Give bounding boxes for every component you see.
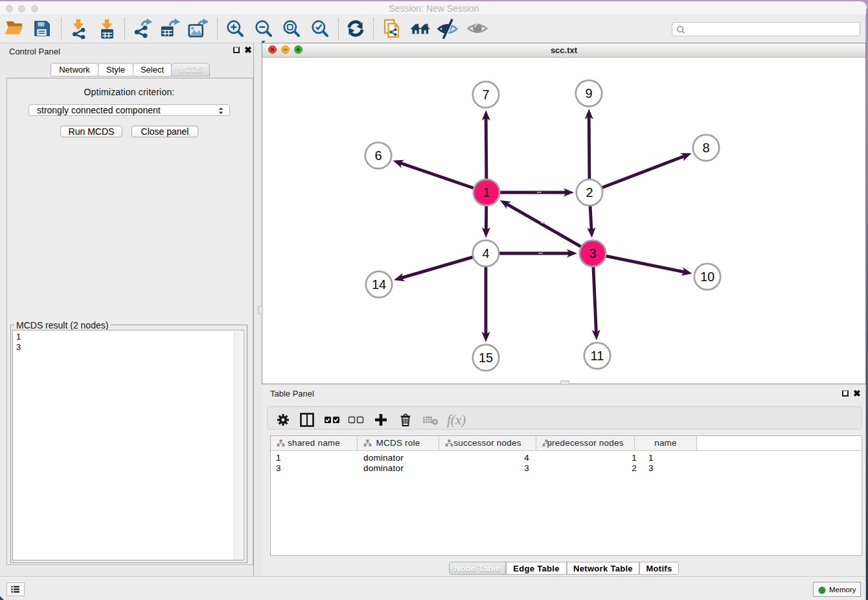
svg-text:14: 14	[372, 277, 386, 292]
svg-text:6: 6	[374, 148, 382, 163]
svg-text:15: 15	[479, 351, 493, 365]
svg-text:10: 10	[700, 270, 714, 284]
svg-text:8: 8	[702, 141, 709, 155]
svg-text:3: 3	[589, 246, 596, 260]
svg-text:11: 11	[591, 349, 604, 363]
svg-text:2: 2	[586, 185, 593, 200]
svg-text:7: 7	[482, 87, 489, 102]
svg-text:1: 1	[483, 185, 490, 200]
svg-text:4: 4	[482, 246, 489, 260]
svg-text:9: 9	[585, 86, 592, 100]
